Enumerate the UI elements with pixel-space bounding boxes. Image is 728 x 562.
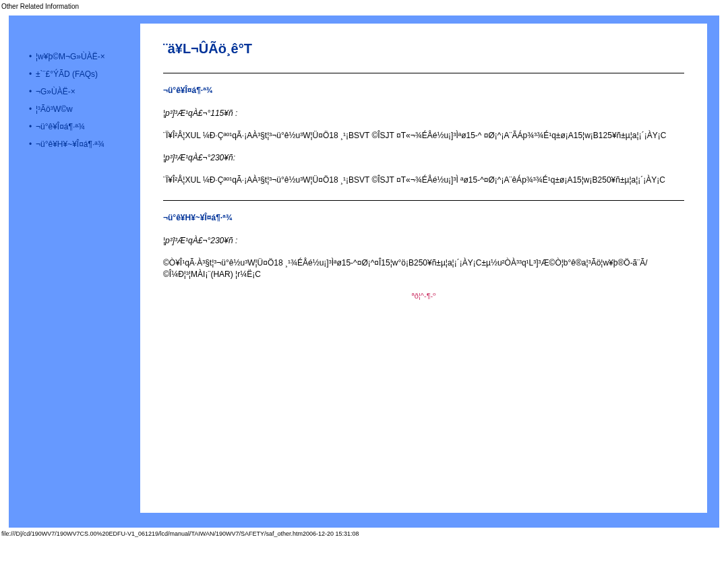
page-heading: ¨ä¥L¬ÛÃö¸ê°T <box>163 41 684 57</box>
section1-sub2: ¦p³]³Æ¹qÀ£¬°230¥ñ: <box>163 153 684 162</box>
sidebar-link-1[interactable]: ±`¨£°ÝÃD (FAQs) <box>36 69 98 79</box>
sidebar-item-4[interactable]: ¬ü°ê¥Î¤á¶·ª¾ <box>29 122 133 131</box>
sidebar-link-4[interactable]: ¬ü°ê¥Î¤á¶·ª¾ <box>36 122 85 131</box>
footer-path: file:///D|/cd/190WV7/190WV7CS.00%20EDFU-… <box>0 528 728 537</box>
content-wrap: ¨ä¥L¬ÛÃö¸ê°T ¬ü°ê¥Î¤á¶·ª¾ ¦p³]³Æ¹qÀ£¬°11… <box>140 24 719 528</box>
outer-frame: ¦w¥þ©M¬G»ÙÀË-× ±`¨£°ÝÃD (FAQs) ¬G»ÙÀË-× … <box>9 15 719 528</box>
sidebar-link-0[interactable]: ¦w¥þ©M¬G»ÙÀË-× <box>36 52 105 61</box>
sidebar-item-3[interactable]: ¦³Ãö³W©w <box>29 104 133 114</box>
sidebar-link-2[interactable]: ¬G»ÙÀË-× <box>36 87 75 96</box>
section2-sub1: ¦p³]³Æ¹qÀ£¬°230¥ñ : <box>163 236 684 245</box>
divider-1 <box>163 73 684 73</box>
section1-body1: ¨Ï¥Î²Å¦XUL ¼Ð·Çªº¹qÃ·¡AÀ³§t¦³¬ü°ê½u³W¦Ü¤… <box>163 130 684 141</box>
sidebar-item-0[interactable]: ¦w¥þ©M¬G»ÙÀË-× <box>29 52 133 61</box>
section1-title: ¬ü°ê¥Î¤á¶·ª¾ <box>163 86 684 95</box>
divider-2 <box>163 200 684 201</box>
section2-body1: ©Ò¥Î¹qÃ·À³§t¦³¬ü°ê½u³W¦Ü¤Ö18 ¸¹¾ÉÅé½u¡]³… <box>163 257 684 279</box>
content-panel: ¨ä¥L¬ÛÃö¸ê°T ¬ü°ê¥Î¤á¶·ª¾ ¦p³]³Æ¹qÀ£¬°11… <box>140 24 707 513</box>
section2-title: ¬ü°ê¥H¥~¥Î¤á¶·ª¾ <box>163 213 684 222</box>
page-top-title: Other Related Information <box>0 0 728 11</box>
frame-row: ¦w¥þ©M¬G»ÙÀË-× ±`¨£°ÝÃD (FAQs) ¬G»ÙÀË-× … <box>9 15 719 528</box>
section1-sub1: ¦p³]³Æ¹qÀ£¬°115¥ñ : <box>163 108 684 118</box>
sidebar-item-2[interactable]: ¬G»ÙÀË-× <box>29 87 133 96</box>
sidebar-link-5[interactable]: ¬ü°ê¥H¥~¥Î¤á¶·ª¾ <box>36 139 104 149</box>
sidebar: ¦w¥þ©M¬G»ÙÀË-× ±`¨£°ÝÃD (FAQs) ¬G»ÙÀË-× … <box>9 24 140 528</box>
section1-body2: ¨Ï¥Î²Å¦XUL ¼Ð·Çªº¹qÃ·¡AÀ³§t¦³¬ü°ê½u³W¦Ü¤… <box>163 175 684 185</box>
sidebar-item-1[interactable]: ±`¨£°ÝÃD (FAQs) <box>29 69 133 79</box>
sidebar-link-3[interactable]: ¦³Ãö³W©w <box>36 104 73 114</box>
sidebar-item-5[interactable]: ¬ü°ê¥H¥~¥Î¤á¶·ª¾ <box>29 139 133 149</box>
back-to-top-link[interactable]: ªð¦^-¶-º <box>163 292 684 300</box>
